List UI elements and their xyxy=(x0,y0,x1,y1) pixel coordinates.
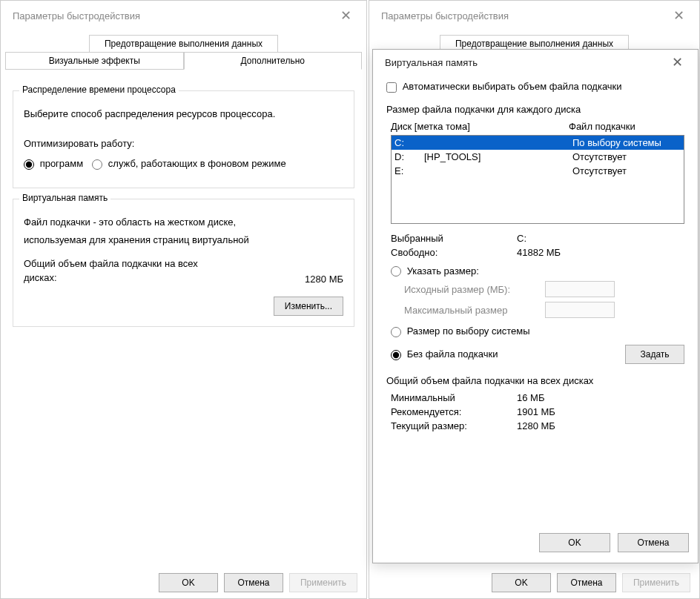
optimize-label: Оптимизировать работу: xyxy=(24,137,343,150)
radio-programs-input[interactable] xyxy=(24,159,34,170)
radio-programs-label: программ xyxy=(40,158,84,169)
apply-button: Применить xyxy=(289,573,357,592)
vm-desc-2: используемая для хранения страниц виртуа… xyxy=(24,234,343,247)
vm-titlebar: Виртуальная память ✕ xyxy=(373,50,698,75)
current-label: Текущий размер: xyxy=(391,420,517,431)
total-pf-header: Общий объем файла подкачки на всех диска… xyxy=(386,374,684,388)
min-allowed-label: Минимальный xyxy=(391,392,517,403)
radio-services-input[interactable] xyxy=(92,159,102,170)
auto-manage-checkbox[interactable]: Автоматически выбирать объем файла подка… xyxy=(386,81,622,92)
close-icon-vm[interactable]: ✕ xyxy=(664,50,690,75)
cancel-button-2[interactable]: Отмена xyxy=(557,573,616,592)
max-size-input xyxy=(545,302,615,318)
vm-desc-1: Файл подкачки - это область на жестком д… xyxy=(24,216,343,229)
titlebar-2: Параметры быстродействия ✕ xyxy=(369,1,699,30)
vm-total-label-1: Общий объем файла подкачки на всех xyxy=(24,257,262,271)
close-icon-2[interactable]: ✕ xyxy=(666,3,692,28)
drive-label xyxy=(424,165,572,176)
drive-pagefile: Отсутствует xyxy=(572,151,681,162)
set-button[interactable]: Задать xyxy=(625,345,684,364)
vm-total-value: 1280 МБ xyxy=(262,274,343,285)
drive-letter: D: xyxy=(394,151,424,162)
drive-row[interactable]: E:Отсутствует xyxy=(392,164,684,178)
pf-per-drive-label: Размер файла подкачки для каждого диска xyxy=(386,103,684,116)
apply-button-2: Применить xyxy=(622,573,690,592)
free-space-label: Свободно: xyxy=(391,247,517,258)
radio-services-label: служб, работающих в фоновом режиме xyxy=(108,158,286,169)
titlebar: Параметры быстродействия ✕ xyxy=(1,1,366,30)
initial-size-label: Исходный размер (МБ): xyxy=(404,284,545,295)
radio-custom-size[interactable]: Указать размер: xyxy=(391,265,479,277)
drive-pagefile: По выбору системы xyxy=(572,137,681,148)
vm-total-label-2: дисках: xyxy=(24,271,262,285)
auto-manage-label: Автоматически выбирать объем файла подка… xyxy=(403,81,622,92)
current-value: 1280 МБ xyxy=(517,420,555,431)
virtual-memory-group: Виртуальная память Файл подкачки - это о… xyxy=(13,199,354,327)
selected-drive-value: C: xyxy=(517,233,526,244)
drive-letter: C: xyxy=(394,137,424,148)
drive-letter: E: xyxy=(394,165,424,176)
drive-label xyxy=(424,137,572,148)
tab-advanced[interactable]: Дополнительно xyxy=(184,52,363,70)
cpu-desc: Выберите способ распределения ресурсов п… xyxy=(24,107,343,121)
cpu-scheduling-group: Распределение времени процессора Выберит… xyxy=(13,90,354,188)
tab-visual-effects[interactable]: Визуальные эффекты xyxy=(5,52,184,70)
drive-label: [HP_TOOLS] xyxy=(424,151,572,162)
drive-row[interactable]: C:По выбору системы xyxy=(392,136,684,150)
drive-pagefile: Отсутствует xyxy=(572,165,681,176)
initial-size-input xyxy=(545,281,615,297)
virtual-memory-dialog: Виртуальная память ✕ Автоматически выбир… xyxy=(372,49,699,563)
change-button[interactable]: Изменить... xyxy=(274,297,343,316)
vm-group-title: Виртуальная память xyxy=(19,193,110,203)
vm-cancel-button[interactable]: Отмена xyxy=(618,533,689,552)
radio-no-pagefile[interactable]: Без файла подкачки xyxy=(391,348,625,360)
cancel-button[interactable]: Отмена xyxy=(224,573,283,592)
vm-dialog-title: Виртуальная память xyxy=(385,57,664,68)
radio-no-pagefile-input[interactable] xyxy=(391,350,401,360)
performance-options-window-1: Параметры быстродействия ✕ Предотвращени… xyxy=(0,0,367,599)
radio-system-managed-label: Размер по выбору системы xyxy=(407,325,530,337)
ok-button[interactable]: OK xyxy=(159,573,218,592)
min-allowed-value: 16 МБ xyxy=(517,392,544,403)
selected-drive-label: Выбранный xyxy=(391,233,517,244)
radio-services[interactable]: служб, работающих в фоновом режиме xyxy=(92,158,285,170)
free-space-value: 41882 МБ xyxy=(517,247,561,258)
window-title: Параметры быстродействия xyxy=(13,10,333,21)
drive-list[interactable]: C:По выбору системыD:[HP_TOOLS]Отсутству… xyxy=(391,135,684,224)
window-title-2: Параметры быстродействия xyxy=(381,10,666,21)
radio-programs[interactable]: программ xyxy=(24,158,83,170)
tab-dep[interactable]: Предотвращение выполнения данных xyxy=(89,35,278,52)
vm-ok-button[interactable]: OK xyxy=(539,533,610,552)
cpu-group-title: Распределение времени процессора xyxy=(19,85,179,95)
radio-custom-size-input[interactable] xyxy=(391,266,401,277)
recommended-label: Рекомендуется: xyxy=(391,406,517,417)
radio-system-managed[interactable]: Размер по выбору системы xyxy=(391,325,530,337)
ok-button-2[interactable]: OK xyxy=(492,573,551,592)
col-pagefile: Файл подкачки xyxy=(569,121,635,132)
max-size-label: Максимальный размер xyxy=(404,305,545,316)
drive-row[interactable]: D:[HP_TOOLS]Отсутствует xyxy=(392,150,684,164)
recommended-value: 1901 МБ xyxy=(517,406,555,417)
close-icon[interactable]: ✕ xyxy=(333,3,359,28)
auto-manage-checkbox-input[interactable] xyxy=(386,82,397,93)
radio-no-pagefile-label: Без файла подкачки xyxy=(407,348,498,360)
col-drive: Диск [метка тома] xyxy=(391,121,569,132)
radio-custom-size-label: Указать размер: xyxy=(407,265,479,277)
radio-system-managed-input[interactable] xyxy=(391,327,401,337)
